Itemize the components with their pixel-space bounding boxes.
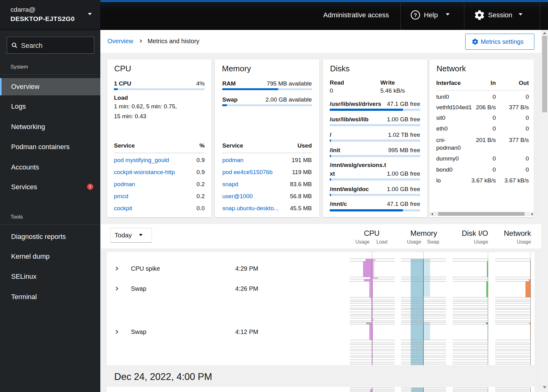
svg-text:?: ? (414, 12, 417, 18)
